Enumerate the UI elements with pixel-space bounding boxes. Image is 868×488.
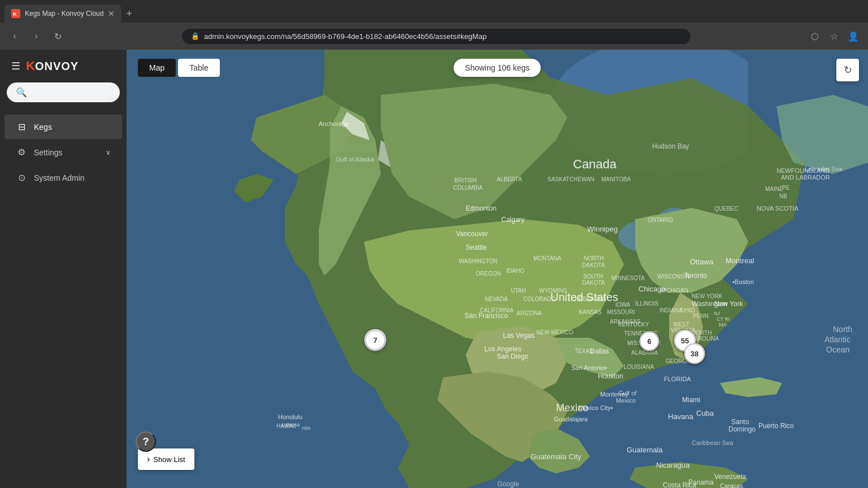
svg-text:Washington: Washington — [692, 300, 727, 308]
new-tab-button[interactable]: + — [121, 6, 137, 22]
logo-text: ONVOY — [35, 60, 79, 73]
refresh-icon: ↻ — [844, 64, 852, 76]
sidebar-item-kegs-label: Kegs — [34, 123, 52, 132]
sidebar: ☰ K ONVOY 🔍 ⊟ Kegs ⚙ Settings ∨ — [0, 50, 127, 488]
back-button[interactable]: ‹ — [7, 28, 23, 44]
svg-text:MISSOURI: MISSOURI — [607, 309, 635, 315]
svg-text:Gulf of: Gulf of — [618, 390, 637, 396]
svg-text:NEW YORK: NEW YORK — [692, 293, 723, 299]
svg-text:Domingo: Domingo — [728, 425, 756, 433]
url-input[interactable] — [204, 32, 682, 41]
show-list-label: Show List — [153, 455, 185, 464]
map-view-button[interactable]: Map — [138, 59, 176, 77]
svg-text:AND LABRADOR: AND LABRADOR — [781, 174, 830, 181]
settings-arrow-icon: ∨ — [106, 149, 111, 156]
svg-text:Nicaragua: Nicaragua — [656, 461, 690, 469]
search-input[interactable] — [32, 88, 131, 97]
svg-text:Panama: Panama — [688, 478, 714, 486]
svg-text:NEBRASKA: NEBRASKA — [575, 296, 606, 302]
svg-text:ILLINOIS: ILLINOIS — [635, 300, 658, 307]
svg-text:HAWAII: HAWAII — [276, 423, 296, 429]
svg-text:Anchorage: Anchorage — [319, 120, 349, 127]
sidebar-item-settings[interactable]: ⚙ Settings ∨ — [5, 140, 122, 164]
svg-text:Guadalajara: Guadalajara — [554, 416, 588, 422]
svg-text:MANITOBA: MANITOBA — [601, 176, 631, 182]
system-admin-icon: ⊙ — [16, 172, 27, 183]
svg-text:WYOMING: WYOMING — [539, 287, 567, 294]
svg-text:Los Angeles: Los Angeles — [484, 345, 521, 353]
svg-text:Seattle: Seattle — [466, 243, 487, 251]
sidebar-item-settings-label: Settings — [34, 148, 63, 157]
svg-text:Havana: Havana — [668, 412, 694, 421]
svg-text:Guatemala City: Guatemala City — [531, 452, 581, 461]
settings-icon: ⚙ — [16, 147, 27, 158]
bookmark-button[interactable]: ☆ — [826, 28, 842, 44]
svg-text:UTAH: UTAH — [511, 287, 526, 294]
sidebar-item-system-admin[interactable]: ⊙ System Admin — [5, 165, 122, 190]
profile-button[interactable]: 👤 — [845, 28, 861, 44]
svg-text:NB: NB — [779, 193, 787, 199]
svg-text:PE: PE — [782, 185, 790, 191]
reload-button[interactable]: ↻ — [50, 28, 66, 44]
svg-text:Atlantic: Atlantic — [824, 335, 850, 344]
svg-text:Guatemala: Guatemala — [627, 446, 663, 454]
table-view-button[interactable]: Table — [178, 59, 219, 77]
svg-text:COLORADO: COLORADO — [523, 296, 555, 302]
svg-text:PENN: PENN — [693, 313, 709, 319]
svg-text:Santo: Santo — [731, 418, 749, 426]
svg-text:SASKATCHEWAN: SASKATCHEWAN — [548, 176, 594, 182]
svg-text:WASHINGTON: WASHINGTON — [459, 258, 497, 264]
svg-text:NEVADA: NEVADA — [485, 296, 508, 302]
cluster-marker-38[interactable]: 38 — [684, 343, 705, 364]
svg-text:IDAHO: IDAHO — [506, 268, 524, 274]
svg-text:MONTANA: MONTANA — [533, 255, 562, 262]
cluster-marker-7[interactable]: 7 — [365, 330, 385, 350]
svg-text:·: · — [278, 412, 280, 418]
svg-text:Miami: Miami — [682, 396, 700, 404]
browser-tab[interactable]: K Kegs Map - Konvoy Cloud ✕ — [5, 5, 121, 23]
svg-text:BRITISH: BRITISH — [454, 177, 476, 184]
svg-text:Houston: Houston — [598, 372, 623, 380]
sidebar-item-kegs[interactable]: ⊟ Kegs — [5, 115, 122, 139]
svg-text:ALBERTA: ALBERTA — [497, 176, 522, 182]
refresh-map-button[interactable]: ↻ — [836, 59, 859, 81]
svg-text:Venezuela: Venezuela — [714, 473, 746, 481]
svg-text:Google: Google — [497, 480, 519, 488]
svg-text:LOUISIANA: LOUISIANA — [624, 364, 654, 370]
svg-text:IOWA: IOWA — [615, 302, 631, 308]
svg-text:ARIZONA: ARIZONA — [517, 310, 542, 316]
svg-text:TEXAS: TEXAS — [575, 348, 593, 354]
svg-text:North: North — [833, 325, 852, 334]
svg-text:NEW MEXICO: NEW MEXICO — [536, 329, 574, 336]
sidebar-nav: ⊟ Kegs ⚙ Settings ∨ ⊙ System Admin — [0, 109, 127, 488]
svg-text:INDIANA: INDIANA — [659, 307, 683, 313]
map-container[interactable]: Canada United States Mexico BRITISH COLU… — [127, 50, 868, 488]
svg-text:MINNESOTA: MINNESOTA — [611, 275, 645, 281]
main-content: Map Table Showing 106 kegs ↻ — [127, 50, 868, 488]
svg-text:CT RI: CT RI — [717, 316, 730, 322]
svg-text:MAINE: MAINE — [765, 186, 783, 192]
svg-text:K: K — [13, 11, 17, 17]
screen-cast-button[interactable]: ⬡ — [807, 28, 823, 44]
global-search[interactable]: 🔍 — [7, 82, 120, 102]
cluster-marker-6[interactable]: 6 — [640, 332, 659, 351]
svg-text:Montreal: Montreal — [726, 256, 754, 265]
help-button[interactable]: ? — [136, 432, 156, 452]
svg-text:KENTUCKY: KENTUCKY — [618, 321, 649, 328]
svg-text:FLORIDA: FLORIDA — [664, 376, 691, 382]
svg-text:San Antonio•: San Antonio• — [571, 364, 607, 371]
hamburger-menu-icon[interactable]: ☰ — [11, 60, 20, 72]
tab-title: Kegs Map - Konvoy Cloud — [25, 10, 103, 18]
svg-text:DAKOTA: DAKOTA — [582, 262, 605, 268]
svg-text:SOUTH: SOUTH — [583, 273, 603, 280]
svg-text:Edmonton: Edmonton — [466, 204, 497, 212]
forward-button[interactable]: › — [28, 28, 44, 44]
svg-text:NJ: NJ — [714, 311, 720, 316]
tab-close-button[interactable]: ✕ — [108, 9, 115, 18]
address-bar[interactable]: 🔒 — [182, 29, 691, 44]
svg-text:Caracas: Caracas — [720, 482, 743, 488]
svg-text:OREGON: OREGON — [476, 271, 501, 277]
logo: K ONVOY — [26, 59, 79, 73]
svg-text:WISCONSIN: WISCONSIN — [657, 273, 690, 280]
svg-text:Mexico City•: Mexico City• — [579, 404, 613, 411]
